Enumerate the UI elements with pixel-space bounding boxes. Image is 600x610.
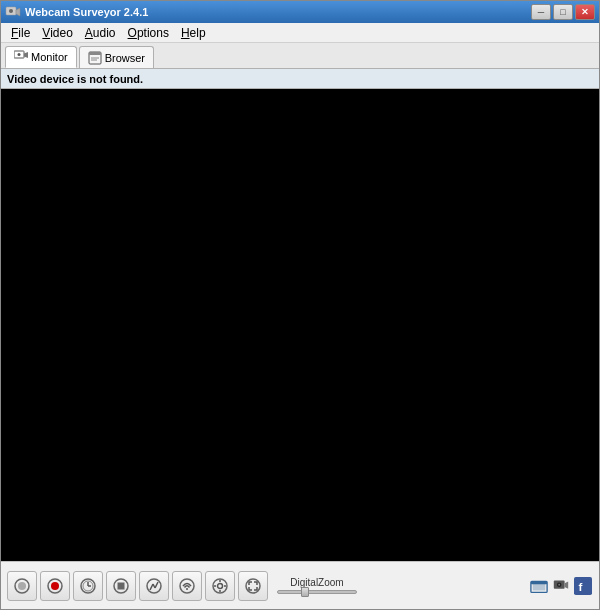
webcam-small-icon [552, 577, 570, 595]
svg-point-39 [558, 583, 560, 585]
network-tray-icon[interactable] [529, 576, 549, 596]
svg-point-25 [186, 588, 188, 590]
zoom-label: DigitalZoom [290, 577, 343, 588]
window-controls: ─ □ ✕ [531, 4, 595, 20]
svg-line-21 [150, 584, 153, 590]
record-icon [46, 577, 64, 595]
settings-icon [211, 577, 229, 595]
fb-tray-icon[interactable]: f [573, 576, 593, 596]
settings-button[interactable] [205, 571, 235, 601]
stop-button[interactable] [106, 571, 136, 601]
tab-monitor[interactable]: Monitor [5, 46, 77, 68]
svg-point-2 [9, 9, 13, 13]
tray-area: f [529, 576, 593, 596]
svg-point-11 [18, 582, 26, 590]
schedule-icon [79, 577, 97, 595]
browser-tab-icon [88, 51, 102, 65]
app-tray-icon[interactable] [551, 576, 571, 596]
motion-button[interactable] [139, 571, 169, 601]
wifi-button[interactable] [172, 571, 202, 601]
svg-point-5 [18, 53, 21, 56]
fullscreen-button[interactable] [238, 571, 268, 601]
stop-icon [112, 577, 130, 595]
status-bar: Video device is not found. [1, 69, 599, 89]
svg-point-32 [246, 579, 260, 593]
tab-bar: Monitor Browser [1, 43, 599, 69]
video-area [1, 89, 599, 561]
close-button[interactable]: ✕ [575, 4, 595, 20]
svg-rect-35 [531, 581, 547, 584]
svg-line-23 [155, 582, 158, 588]
menu-file[interactable]: File [5, 24, 36, 42]
svg-marker-1 [16, 8, 20, 16]
network-icon [530, 577, 548, 595]
zoom-area: DigitalZoom [277, 577, 357, 594]
main-window: Webcam Surveyor 2.4.1 ─ □ ✕ File Video A… [0, 0, 600, 610]
motion-icon [145, 577, 163, 595]
svg-rect-7 [89, 52, 101, 55]
fullscreen-icon [244, 577, 262, 595]
restore-button[interactable]: □ [553, 4, 573, 20]
status-message: Video device is not found. [7, 73, 143, 85]
menu-help[interactable]: Help [175, 24, 212, 42]
menu-audio[interactable]: Audio [79, 24, 122, 42]
browser-tab-label: Browser [105, 52, 145, 64]
facebook-icon: f [574, 577, 592, 595]
menu-options[interactable]: Options [122, 24, 175, 42]
menu-bar: File Video Audio Options Help [1, 23, 599, 43]
svg-text:f: f [579, 579, 583, 592]
app-icon [5, 4, 21, 20]
title-bar: Webcam Surveyor 2.4.1 ─ □ ✕ [1, 1, 599, 23]
svg-rect-40 [574, 577, 592, 595]
tab-browser[interactable]: Browser [79, 46, 154, 68]
zoom-handle[interactable] [301, 587, 309, 597]
capture-button[interactable] [7, 571, 37, 601]
zoom-slider[interactable] [277, 590, 357, 594]
svg-rect-19 [118, 582, 125, 589]
record-button[interactable] [40, 571, 70, 601]
bottom-toolbar: DigitalZoom [1, 561, 599, 609]
wifi-icon [178, 577, 196, 595]
capture-icon [13, 577, 31, 595]
svg-marker-37 [565, 581, 569, 588]
monitor-tab-label: Monitor [31, 51, 68, 63]
menu-video[interactable]: Video [36, 24, 78, 42]
svg-rect-34 [533, 583, 546, 590]
minimize-button[interactable]: ─ [531, 4, 551, 20]
svg-marker-4 [24, 52, 28, 58]
monitor-tab-icon [14, 50, 28, 64]
svg-point-27 [218, 583, 223, 588]
schedule-button[interactable] [73, 571, 103, 601]
svg-point-13 [51, 582, 59, 590]
window-title: Webcam Surveyor 2.4.1 [25, 6, 531, 18]
